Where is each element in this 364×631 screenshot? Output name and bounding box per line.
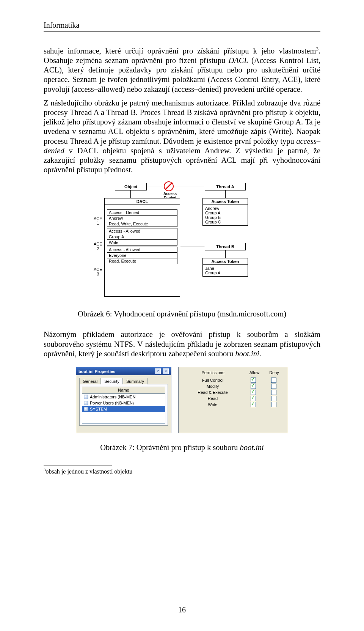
- permission-label: Write: [182, 402, 243, 407]
- permissions-list: Full ControlModifyRead & ExecuteReadWrit…: [182, 377, 284, 408]
- allow-checkbox[interactable]: [251, 390, 256, 395]
- paragraph-3: Názorným příkladem autorizace je ověřová…: [44, 330, 320, 359]
- permission-row: Write: [182, 401, 284, 408]
- token-a-box: Access Token Andrew Group A Group B Grou…: [202, 198, 248, 226]
- name-column-header[interactable]: Name: [82, 387, 165, 393]
- group-icon: [84, 407, 88, 411]
- page-number: 16: [0, 606, 364, 614]
- permission-row: Modify: [182, 383, 284, 389]
- footnote-3: 3obsah je jednou z vlastností objektu: [44, 467, 320, 475]
- figure-7: boot.ini Properties ? × General Security…: [44, 367, 320, 452]
- properties-window: boot.ini Properties ? × General Security…: [76, 367, 171, 433]
- allow-checkbox[interactable]: [251, 378, 256, 383]
- ace1-label: ACE 1: [94, 216, 102, 225]
- allow-checkbox[interactable]: [251, 402, 256, 407]
- denied-icon: [164, 181, 174, 191]
- permissions-header: Permissions: Allow Deny: [182, 370, 284, 375]
- paragraph-2: Z následujícího obrázku je patrný mechan…: [44, 98, 320, 175]
- ace2-label: ACE 2: [94, 242, 102, 251]
- tab-strip: General Security Summary: [79, 378, 171, 384]
- permission-label: Read & Execute: [182, 390, 243, 395]
- thread-b-box: Thread B: [205, 243, 246, 250]
- paragraph-1: sahuje informace, které určují oprávnění…: [44, 46, 320, 94]
- group-icon: [84, 395, 88, 399]
- permission-label: Modify: [182, 384, 243, 389]
- thread-a-box: Thread A: [205, 183, 246, 190]
- permission-label: Full Control: [182, 378, 243, 382]
- dacl-box: DACL Access - Denied Andrew Read, Write,…: [104, 198, 180, 297]
- allow-checkbox[interactable]: [251, 384, 256, 389]
- body-text: sahuje informace, které určují oprávnění…: [44, 46, 320, 175]
- figure-6-caption: Obrázek 6: Vyhodnocení oprávnění přístup…: [44, 310, 320, 318]
- deny-checkbox[interactable]: [271, 390, 276, 395]
- deny-checkbox[interactable]: [271, 384, 276, 389]
- window-titlebar: boot.ini Properties ? ×: [76, 367, 171, 375]
- allow-header: Allow: [245, 370, 264, 375]
- ace3-label: ACE 3: [94, 267, 102, 276]
- permissions-panel: Permissions: Allow Deny Full ControlModi…: [178, 367, 288, 433]
- figure-6: Object Access Denied Thread A DACL Acces…: [44, 183, 320, 318]
- titlebar-buttons: ? ×: [154, 368, 169, 374]
- close-button[interactable]: ×: [163, 368, 169, 374]
- permission-row: Read: [182, 395, 284, 401]
- tab-general[interactable]: General: [79, 378, 101, 384]
- deny-checkbox[interactable]: [271, 378, 276, 383]
- window-title: boot.ini Properties: [78, 369, 115, 374]
- list-item-selected[interactable]: SYSTEM: [82, 406, 165, 412]
- permission-row: Read & Execute: [182, 389, 284, 395]
- token-b-box: Access Token Jane Group A: [202, 258, 248, 277]
- allow-checkbox[interactable]: [251, 396, 256, 401]
- deny-checkbox[interactable]: [271, 396, 276, 401]
- figure-7-caption: Obrázek 7: Oprávnění pro přístup k soubo…: [44, 443, 320, 452]
- paragraph-3-block: Názorným příkladem autorizace je ověřová…: [44, 330, 320, 359]
- list-item[interactable]: Administrators (NB-MEN: [82, 394, 165, 400]
- deny-checkbox[interactable]: [271, 402, 276, 407]
- object-box: Object: [115, 183, 147, 190]
- tab-body: Name Administrators (NB-MEN Power Users …: [79, 384, 168, 426]
- list-item[interactable]: Power Users (NB-MEN\: [82, 400, 165, 406]
- user-list[interactable]: Administrators (NB-MEN Power Users (NB-M…: [82, 393, 165, 424]
- group-icon: [84, 401, 88, 405]
- permission-row: Full Control: [182, 377, 284, 383]
- tab-summary[interactable]: Summary: [123, 378, 147, 384]
- diagram-acl: Object Access Denied Thread A DACL Acces…: [93, 183, 271, 301]
- tab-security[interactable]: Security: [101, 378, 123, 384]
- footnote-rule: [44, 466, 112, 466]
- running-head: Informatika: [44, 21, 320, 30]
- permission-label: Read: [182, 396, 243, 401]
- help-button[interactable]: ?: [155, 368, 161, 374]
- header-rule: [44, 31, 320, 31]
- deny-header: Deny: [264, 370, 284, 375]
